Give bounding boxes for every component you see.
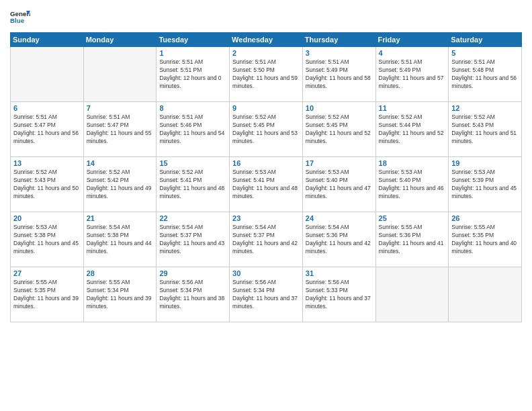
day-detail: Sunrise: 5:53 AMSunset: 5:41 PMDaylight:… <box>232 169 300 201</box>
day-number: 21 <box>87 214 154 222</box>
day-number: 19 <box>451 159 519 167</box>
day-detail: Sunrise: 5:56 AMSunset: 5:33 PMDaylight:… <box>306 279 373 311</box>
day-detail: Sunrise: 5:52 AMSunset: 5:45 PMDaylight:… <box>306 113 373 146</box>
calendar-cell: 27Sunrise: 5:55 AMSunset: 5:35 PMDayligh… <box>11 267 84 322</box>
day-number: 2 <box>232 49 300 57</box>
weekday-header-wednesday: Wednesday <box>230 33 303 47</box>
weekday-header-monday: Monday <box>83 33 157 47</box>
day-number: 3 <box>306 49 373 57</box>
day-number: 22 <box>159 214 226 222</box>
calendar-cell: 16Sunrise: 5:53 AMSunset: 5:41 PMDayligh… <box>230 157 303 212</box>
day-detail: Sunrise: 5:54 AMSunset: 5:37 PMDaylight:… <box>159 224 226 256</box>
day-number: 16 <box>232 159 300 167</box>
weekday-header-thursday: Thursday <box>302 33 375 47</box>
week-row-1: 1Sunrise: 5:51 AMSunset: 5:51 PMDaylight… <box>11 47 522 102</box>
day-detail: Sunrise: 5:56 AMSunset: 5:34 PMDaylight:… <box>232 279 300 311</box>
day-detail: Sunrise: 5:51 AMSunset: 5:51 PMDaylight:… <box>159 58 226 91</box>
calendar-cell: 5Sunrise: 5:51 AMSunset: 5:48 PMDaylight… <box>449 47 522 102</box>
day-number: 23 <box>232 214 300 222</box>
calendar-cell: 31Sunrise: 5:56 AMSunset: 5:33 PMDayligh… <box>302 267 375 322</box>
logo: General Blue <box>10 7 32 27</box>
calendar-cell: 29Sunrise: 5:56 AMSunset: 5:34 PMDayligh… <box>157 267 230 322</box>
calendar-cell: 9Sunrise: 5:52 AMSunset: 5:45 PMDaylight… <box>230 102 303 157</box>
day-detail: Sunrise: 5:53 AMSunset: 5:39 PMDaylight:… <box>451 169 519 201</box>
calendar-cell: 30Sunrise: 5:56 AMSunset: 5:34 PMDayligh… <box>230 267 303 322</box>
day-number: 6 <box>13 104 81 112</box>
calendar-cell: 10Sunrise: 5:52 AMSunset: 5:45 PMDayligh… <box>302 102 375 157</box>
calendar-cell: 13Sunrise: 5:52 AMSunset: 5:43 PMDayligh… <box>11 157 84 212</box>
day-detail: Sunrise: 5:51 AMSunset: 5:49 PMDaylight:… <box>306 58 373 91</box>
calendar-cell: 28Sunrise: 5:55 AMSunset: 5:34 PMDayligh… <box>83 267 157 322</box>
day-number: 31 <box>306 269 373 277</box>
day-detail: Sunrise: 5:51 AMSunset: 5:47 PMDaylight:… <box>87 113 154 146</box>
day-detail: Sunrise: 5:51 AMSunset: 5:48 PMDaylight:… <box>451 58 519 91</box>
day-number: 27 <box>13 269 81 277</box>
weekday-header-sunday: Sunday <box>11 33 84 47</box>
calendar-cell: 6Sunrise: 5:51 AMSunset: 5:47 PMDaylight… <box>11 102 84 157</box>
day-number: 13 <box>13 159 81 167</box>
day-detail: Sunrise: 5:53 AMSunset: 5:40 PMDaylight:… <box>306 169 373 201</box>
day-detail: Sunrise: 5:51 AMSunset: 5:46 PMDaylight:… <box>159 113 226 146</box>
weekday-header-row: SundayMondayTuesdayWednesdayThursdayFrid… <box>11 33 522 47</box>
week-row-4: 20Sunrise: 5:53 AMSunset: 5:38 PMDayligh… <box>11 212 522 267</box>
day-detail: Sunrise: 5:54 AMSunset: 5:38 PMDaylight:… <box>87 224 154 256</box>
day-number: 8 <box>159 104 226 112</box>
weekday-header-tuesday: Tuesday <box>157 33 230 47</box>
calendar-cell: 15Sunrise: 5:52 AMSunset: 5:41 PMDayligh… <box>157 157 230 212</box>
calendar-cell: 12Sunrise: 5:52 AMSunset: 5:43 PMDayligh… <box>449 102 522 157</box>
calendar-cell: 8Sunrise: 5:51 AMSunset: 5:46 PMDaylight… <box>157 102 230 157</box>
day-number: 28 <box>87 269 154 277</box>
day-number: 20 <box>13 214 81 222</box>
calendar-cell: 22Sunrise: 5:54 AMSunset: 5:37 PMDayligh… <box>157 212 230 267</box>
weekday-header-saturday: Saturday <box>449 33 522 47</box>
calendar-cell: 26Sunrise: 5:55 AMSunset: 5:35 PMDayligh… <box>449 212 522 267</box>
calendar-cell: 24Sunrise: 5:54 AMSunset: 5:36 PMDayligh… <box>302 212 375 267</box>
calendar-table: SundayMondayTuesdayWednesdayThursdayFrid… <box>10 32 522 322</box>
day-detail: Sunrise: 5:55 AMSunset: 5:34 PMDaylight:… <box>87 279 154 311</box>
calendar-cell: 2Sunrise: 5:51 AMSunset: 5:50 PMDaylight… <box>230 47 303 102</box>
day-detail: Sunrise: 5:54 AMSunset: 5:37 PMDaylight:… <box>232 224 300 256</box>
day-number: 12 <box>451 104 519 112</box>
day-number: 11 <box>379 104 446 112</box>
day-detail: Sunrise: 5:53 AMSunset: 5:38 PMDaylight:… <box>13 224 81 256</box>
day-detail: Sunrise: 5:52 AMSunset: 5:43 PMDaylight:… <box>13 169 81 201</box>
page: General Blue SundayMondayTuesdayWednesda… <box>0 0 532 411</box>
calendar-cell: 14Sunrise: 5:52 AMSunset: 5:42 PMDayligh… <box>83 157 157 212</box>
calendar-cell: 18Sunrise: 5:53 AMSunset: 5:40 PMDayligh… <box>375 157 449 212</box>
weekday-header-friday: Friday <box>375 33 449 47</box>
day-number: 25 <box>379 214 446 222</box>
calendar-cell <box>449 267 522 322</box>
week-row-2: 6Sunrise: 5:51 AMSunset: 5:47 PMDaylight… <box>11 102 522 157</box>
day-number: 4 <box>379 49 446 57</box>
day-number: 17 <box>306 159 373 167</box>
day-number: 24 <box>306 214 373 222</box>
calendar-cell: 3Sunrise: 5:51 AMSunset: 5:49 PMDaylight… <box>302 47 375 102</box>
calendar-cell: 17Sunrise: 5:53 AMSunset: 5:40 PMDayligh… <box>302 157 375 212</box>
svg-text:Blue: Blue <box>10 17 25 24</box>
day-number: 15 <box>159 159 226 167</box>
day-detail: Sunrise: 5:52 AMSunset: 5:43 PMDaylight:… <box>451 113 519 146</box>
calendar-cell: 7Sunrise: 5:51 AMSunset: 5:47 PMDaylight… <box>83 102 157 157</box>
day-detail: Sunrise: 5:55 AMSunset: 5:35 PMDaylight:… <box>451 224 519 256</box>
day-number: 10 <box>306 104 373 112</box>
day-number: 18 <box>379 159 446 167</box>
header: General Blue <box>10 7 522 27</box>
day-detail: Sunrise: 5:55 AMSunset: 5:36 PMDaylight:… <box>379 224 446 256</box>
day-detail: Sunrise: 5:52 AMSunset: 5:44 PMDaylight:… <box>379 113 446 146</box>
calendar-cell: 20Sunrise: 5:53 AMSunset: 5:38 PMDayligh… <box>11 212 84 267</box>
calendar-cell <box>375 267 449 322</box>
calendar-cell: 23Sunrise: 5:54 AMSunset: 5:37 PMDayligh… <box>230 212 303 267</box>
week-row-3: 13Sunrise: 5:52 AMSunset: 5:43 PMDayligh… <box>11 157 522 212</box>
day-detail: Sunrise: 5:53 AMSunset: 5:40 PMDaylight:… <box>379 169 446 201</box>
day-number: 30 <box>232 269 300 277</box>
day-detail: Sunrise: 5:52 AMSunset: 5:42 PMDaylight:… <box>87 169 154 201</box>
day-detail: Sunrise: 5:54 AMSunset: 5:36 PMDaylight:… <box>306 224 373 256</box>
calendar-cell: 1Sunrise: 5:51 AMSunset: 5:51 PMDaylight… <box>157 47 230 102</box>
day-detail: Sunrise: 5:51 AMSunset: 5:47 PMDaylight:… <box>13 113 81 146</box>
day-detail: Sunrise: 5:51 AMSunset: 5:50 PMDaylight:… <box>232 58 300 91</box>
calendar-cell: 25Sunrise: 5:55 AMSunset: 5:36 PMDayligh… <box>375 212 449 267</box>
day-detail: Sunrise: 5:51 AMSunset: 5:49 PMDaylight:… <box>379 58 446 91</box>
day-number: 14 <box>87 159 154 167</box>
day-detail: Sunrise: 5:56 AMSunset: 5:34 PMDaylight:… <box>159 279 226 311</box>
calendar-cell <box>11 47 84 102</box>
